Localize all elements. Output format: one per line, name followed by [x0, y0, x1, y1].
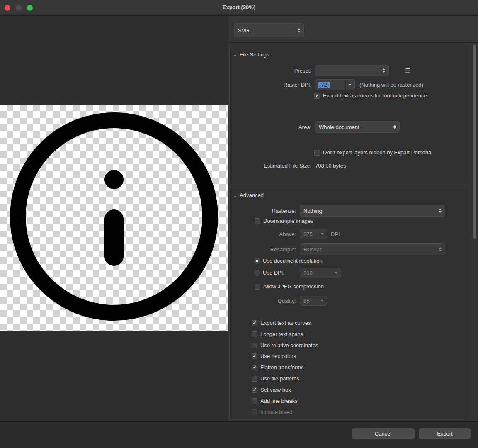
option-label: Add line breaks: [260, 398, 298, 404]
info-icon-artwork: [0, 105, 228, 331]
radio-selected-icon[interactable]: [254, 258, 260, 264]
option-include-bleed: Include bleed: [252, 409, 292, 415]
checkbox-unchecked-icon[interactable]: [252, 343, 257, 348]
file-settings-title: File Settings: [240, 51, 269, 58]
titlebar: Export (20%): [0, 0, 478, 16]
option-use-relative-coordinates[interactable]: Use relative coordinates: [252, 342, 318, 348]
checkbox-checked-icon[interactable]: ✓: [314, 93, 320, 99]
checkbox-unchecked-icon[interactable]: [255, 218, 260, 224]
transparency-checkerboard: [0, 105, 228, 331]
preset-menu-icon[interactable]: ☰: [405, 68, 410, 74]
cancel-button[interactable]: Cancel: [352, 428, 415, 439]
hidden-layers-label: Don't export layers hidden by Export Per…: [323, 149, 431, 156]
use-dpi-radio-row[interactable]: Use DPI:: [254, 270, 284, 276]
above-unit: DPI: [331, 231, 340, 237]
quality-row: Quality: 85: [234, 296, 327, 306]
chevron-down-icon[interactable]: [345, 80, 354, 90]
raster-dpi-label: Raster DPI:: [233, 82, 311, 88]
preset-label: Preset:: [233, 68, 311, 74]
checkmark-icon: ✓: [252, 321, 256, 325]
use-dpi-dropdown[interactable]: 300: [300, 268, 341, 278]
advanced-title: Advanced: [240, 192, 264, 198]
disclosure-chevron-icon: ⌄: [233, 193, 237, 198]
chevron-down-icon: [321, 300, 323, 302]
chevron-down-icon: [335, 272, 337, 274]
resample-dropdown-value: Bilinear: [303, 246, 437, 253]
resample-label: Resample:: [234, 246, 296, 253]
hidden-layers-checkbox-row[interactable]: Don't export layers hidden by Export Per…: [314, 149, 431, 156]
export-curves-label: Export text as curves for font independe…: [323, 93, 427, 99]
above-row: Above: 375 DPI: [234, 229, 340, 239]
checkbox-checked-icon[interactable]: ✓: [252, 387, 257, 393]
export-dialog: Export (20%) SVG ⌄ File Settings Preset:: [0, 0, 478, 448]
area-dropdown[interactable]: Whole document: [315, 121, 400, 133]
rasterize-label: Rasterize:: [234, 208, 296, 214]
checkbox-checked-icon[interactable]: ✓: [252, 353, 257, 359]
checkbox-checked-icon[interactable]: ✓: [252, 365, 257, 370]
jpeg-compression-label: Allow JPEG compression: [263, 283, 324, 290]
option-label: Flatten transforms: [260, 364, 304, 370]
downsample-checkbox-row[interactable]: Downsample images: [255, 218, 313, 224]
checkmark-icon: ✓: [315, 93, 319, 98]
checkmark-icon: ✓: [252, 387, 256, 392]
window-title: Export (20%): [0, 4, 478, 10]
preset-dropdown[interactable]: [315, 65, 389, 76]
option-use-tile-patterns[interactable]: Use tile patterns: [252, 375, 299, 382]
dialog-footer: Cancel Export: [0, 421, 478, 448]
quality-dropdown-value: 85: [303, 298, 318, 304]
jpeg-compression-checkbox-row[interactable]: Allow JPEG compression: [255, 283, 324, 290]
file-settings-card: ⌄ File Settings Preset: ☰ Raster DPI: (7…: [229, 46, 468, 185]
export-button[interactable]: Export: [419, 428, 471, 439]
chevron-updown-icon: [439, 247, 442, 251]
option-label: Use hex colors: [260, 353, 296, 359]
resample-row: Resample: Bilinear: [234, 243, 445, 255]
area-row: Area: Whole document: [233, 121, 400, 133]
chevron-updown-icon: [439, 209, 442, 213]
option-use-hex-colors[interactable]: ✓ Use hex colors: [252, 353, 296, 359]
document-preview: [0, 16, 228, 421]
export-curves-checkbox-row[interactable]: ✓ Export text as curves for font indepen…: [314, 93, 427, 99]
option-label: Export text as curves: [260, 320, 311, 326]
scrollbar-thumb[interactable]: [473, 45, 476, 239]
downsample-label: Downsample images: [263, 218, 313, 224]
chevron-updown-icon: [298, 28, 300, 32]
option-add-line-breaks[interactable]: Add line breaks: [252, 398, 298, 404]
checkbox-unchecked-icon[interactable]: [255, 284, 260, 290]
raster-dpi-input[interactable]: (72): [315, 80, 345, 90]
advanced-header[interactable]: ⌄ Advanced: [233, 192, 264, 198]
checkbox-checked-icon[interactable]: ✓: [252, 320, 257, 326]
above-dropdown-value: 375: [303, 231, 318, 237]
preset-row: Preset: ☰: [233, 65, 410, 76]
checkmark-icon: ✓: [252, 365, 256, 370]
checkbox-unchecked-icon[interactable]: [252, 376, 257, 382]
format-dropdown[interactable]: SVG: [234, 23, 304, 37]
option-flatten-transforms[interactable]: ✓ Flatten transforms: [252, 364, 304, 370]
option-longer-text-spans[interactable]: Longer text spans: [252, 331, 303, 337]
area-label: Area:: [233, 124, 311, 130]
chevron-updown-icon: [393, 125, 396, 129]
raster-dpi-selected-text: (72): [318, 82, 330, 88]
area-dropdown-value: Whole document: [319, 124, 391, 130]
rasterize-dropdown[interactable]: Nothing: [300, 205, 445, 217]
raster-dpi-combo[interactable]: (72): [315, 79, 355, 90]
option-label: Set view box: [260, 387, 291, 393]
checkbox-unchecked-icon[interactable]: [252, 331, 257, 337]
rasterize-row: Rasterize: Nothing: [234, 205, 445, 217]
quality-label: Quality:: [234, 298, 296, 304]
radio-unselected-icon[interactable]: [254, 270, 260, 276]
raster-dpi-note: (Nothing will be rasterized): [359, 82, 423, 88]
option-label: Use relative coordinates: [260, 342, 318, 348]
use-document-resolution-radio-row[interactable]: Use document resolution: [254, 258, 323, 264]
checkbox-unchecked-icon[interactable]: [314, 150, 320, 156]
option-set-view-box[interactable]: ✓ Set view box: [252, 387, 291, 393]
chevron-down-icon: [321, 233, 323, 235]
option-export-text-as-curves[interactable]: ✓ Export text as curves: [252, 320, 311, 326]
file-settings-header[interactable]: ⌄ File Settings: [233, 51, 269, 58]
chevron-updown-icon: [383, 68, 385, 73]
checkbox-unchecked-icon[interactable]: [252, 398, 257, 404]
quality-dropdown[interactable]: 85: [300, 296, 327, 306]
option-label: Longer text spans: [260, 331, 303, 337]
resample-dropdown[interactable]: Bilinear: [300, 243, 445, 255]
use-document-resolution-label: Use document resolution: [263, 258, 323, 264]
above-dropdown[interactable]: 375: [300, 229, 327, 239]
